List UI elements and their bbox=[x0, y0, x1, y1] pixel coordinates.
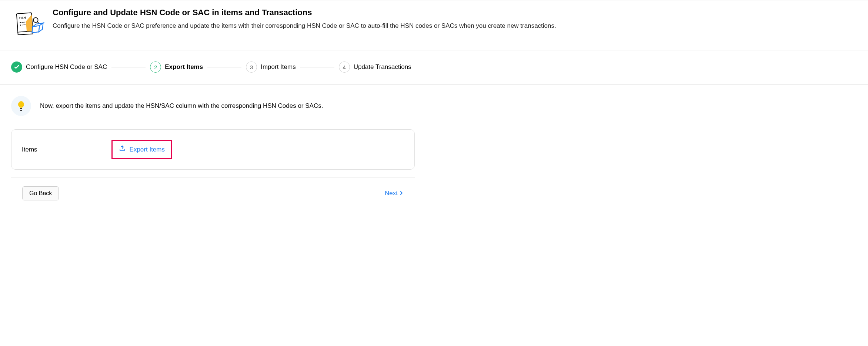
page-description: Configure the HSN Code or SAC preference… bbox=[53, 21, 857, 31]
step-number: 3 bbox=[246, 61, 257, 73]
svg-point-13 bbox=[20, 110, 22, 111]
chevron-right-icon bbox=[399, 190, 404, 197]
stepper: Configure HSN Code or SAC 2 Export Items… bbox=[0, 50, 868, 85]
export-highlight: Export Items bbox=[111, 140, 172, 159]
step-label: Update Transactions bbox=[354, 63, 411, 71]
svg-text:HSN: HSN bbox=[19, 16, 26, 20]
svg-point-11 bbox=[18, 101, 24, 108]
hsn-document-illustration: HSN bbox=[11, 8, 45, 42]
export-items-button[interactable]: Export Items bbox=[118, 145, 165, 154]
items-label: Items bbox=[22, 146, 37, 153]
step-number: 4 bbox=[339, 61, 350, 73]
export-label: Export Items bbox=[130, 146, 165, 153]
page-title: Configure and Update HSN Code or SAC in … bbox=[53, 8, 857, 17]
step-label: Configure HSN Code or SAC bbox=[26, 63, 107, 71]
check-icon bbox=[11, 61, 22, 73]
step-connector bbox=[111, 67, 146, 67]
tip-row: Now, export the items and update the HSN… bbox=[11, 96, 857, 116]
items-card: Items Export Items bbox=[11, 129, 415, 170]
next-button[interactable]: Next bbox=[385, 190, 404, 197]
svg-point-8 bbox=[33, 18, 38, 23]
tip-text: Now, export the items and update the HSN… bbox=[40, 102, 323, 110]
export-icon bbox=[118, 145, 126, 154]
step-connector bbox=[300, 67, 334, 67]
svg-marker-1 bbox=[18, 31, 33, 35]
step-connector bbox=[207, 67, 241, 67]
step-configure[interactable]: Configure HSN Code or SAC bbox=[11, 61, 107, 73]
svg-line-6 bbox=[22, 25, 26, 25]
bulb-icon bbox=[11, 96, 31, 116]
step-number: 2 bbox=[150, 61, 161, 73]
svg-line-4 bbox=[21, 22, 25, 23]
svg-rect-12 bbox=[20, 108, 22, 109]
step-update[interactable]: 4 Update Transactions bbox=[339, 61, 411, 73]
step-label: Export Items bbox=[165, 63, 203, 71]
footer-nav: Go Back Next bbox=[11, 177, 415, 209]
next-label: Next bbox=[385, 190, 398, 197]
go-back-button[interactable]: Go Back bbox=[22, 186, 59, 200]
step-label: Import Items bbox=[261, 63, 296, 71]
page-header: HSN Configure and Update HSN Code or SAC… bbox=[0, 0, 868, 50]
step-export[interactable]: 2 Export Items bbox=[150, 61, 203, 73]
step-import[interactable]: 3 Import Items bbox=[246, 61, 296, 73]
